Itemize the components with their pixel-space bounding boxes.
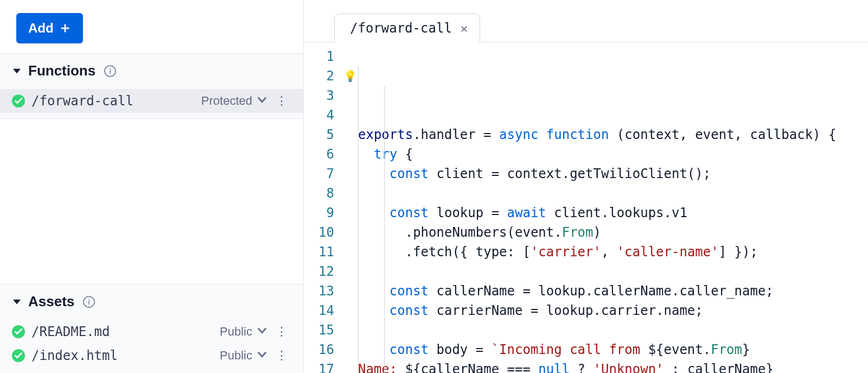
- sidebar-spacer: [0, 124, 303, 284]
- functions-header[interactable]: Functions i: [0, 54, 303, 87]
- line-number: 17: [304, 359, 334, 373]
- code-line[interactable]: const callerName = lookup.callerName.cal…: [358, 281, 868, 301]
- line-number: 1: [304, 47, 334, 66]
- lightbulb-icon[interactable]: 💡: [342, 66, 358, 86]
- status-ok-icon: [12, 349, 25, 362]
- plus-icon: [59, 22, 71, 34]
- code-line[interactable]: .fetch({ type: ['carrier', 'caller-name'…: [358, 242, 868, 262]
- asset-item[interactable]: /index.html Public ⋮: [0, 344, 303, 368]
- code-line[interactable]: [358, 184, 868, 203]
- assets-title: Assets: [28, 293, 74, 310]
- function-item[interactable]: /forward-call Protected ⋮: [0, 89, 303, 113]
- close-icon[interactable]: ✕: [461, 22, 468, 35]
- asset-item[interactable]: /README.md Public ⋮: [0, 320, 303, 344]
- status-ok-icon: [12, 94, 25, 108]
- hint-gutter: 💡: [342, 42, 358, 373]
- app-root: Add Functions i /forward-call: [0, 0, 868, 373]
- line-number: 4: [304, 105, 334, 125]
- code-line[interactable]: [358, 320, 868, 340]
- line-number: 8: [304, 184, 334, 203]
- asset-item-name: /README.md: [31, 324, 214, 339]
- add-button-label: Add: [28, 21, 54, 36]
- editor-tab-label: /forward-call: [350, 21, 452, 36]
- visibility-chevron-icon[interactable]: [252, 95, 272, 107]
- function-item-visibility: Protected: [201, 94, 252, 108]
- code-content[interactable]: exports.handler = async function (contex…: [358, 42, 868, 373]
- assets-section: Assets i /README.md Public ⋮: [0, 284, 303, 373]
- more-menu-icon[interactable]: ⋮: [272, 325, 291, 339]
- line-number: 6: [304, 144, 334, 164]
- code-line[interactable]: Name: ${callerName === null ? 'Unknown' …: [358, 359, 868, 373]
- line-number: 15: [304, 320, 334, 340]
- line-number: 13: [304, 281, 334, 301]
- assets-list: /README.md Public ⋮ /index.html Public: [0, 318, 303, 373]
- editor-pane: /forward-call ✕ 123456789101112131415161…: [304, 0, 868, 373]
- line-number: 5: [304, 125, 334, 144]
- line-number-gutter: 1234567891011121314151617: [304, 42, 342, 373]
- code-line[interactable]: const carrierName = lookup.carrier.name;: [358, 301, 868, 320]
- line-number: 14: [304, 301, 334, 320]
- line-number: 9: [304, 203, 334, 223]
- functions-title: Functions: [28, 62, 95, 79]
- info-icon[interactable]: i: [104, 65, 116, 77]
- line-number: 10: [304, 223, 334, 242]
- asset-item-name: /index.html: [31, 348, 214, 363]
- code-line[interactable]: const lookup = await client.lookups.v1: [358, 203, 868, 223]
- code-line[interactable]: try {: [358, 144, 868, 164]
- status-ok-icon: [12, 325, 25, 338]
- code-line[interactable]: exports.handler = async function (contex…: [358, 125, 868, 144]
- asset-item-visibility: Public: [220, 325, 252, 339]
- more-menu-icon[interactable]: ⋮: [272, 94, 291, 108]
- functions-list: /forward-call Protected ⋮: [0, 87, 303, 118]
- function-item-name: /forward-call: [31, 93, 196, 109]
- visibility-chevron-icon[interactable]: [252, 350, 272, 362]
- chevron-down-icon: [12, 297, 22, 307]
- functions-section: Functions i /forward-call Protected ⋮: [0, 53, 303, 119]
- code-line[interactable]: const body = `Incoming call from ${event…: [358, 340, 868, 359]
- add-row: Add: [0, 13, 303, 53]
- more-menu-icon[interactable]: ⋮: [272, 349, 291, 363]
- add-button[interactable]: Add: [16, 13, 83, 43]
- line-number: 11: [304, 242, 334, 262]
- editor-tabs: /forward-call ✕: [304, 0, 868, 42]
- sidebar: Add Functions i /forward-call: [0, 0, 304, 373]
- asset-item-visibility: Public: [220, 349, 252, 363]
- line-number: 12: [304, 262, 334, 281]
- line-number: 2: [304, 66, 334, 86]
- chevron-down-icon: [12, 66, 22, 76]
- info-icon[interactable]: i: [83, 296, 95, 308]
- visibility-chevron-icon[interactable]: [252, 326, 272, 338]
- line-number: 16: [304, 340, 334, 359]
- assets-header[interactable]: Assets i: [0, 285, 303, 318]
- code-line[interactable]: .phoneNumbers(event.From): [358, 223, 868, 242]
- line-number: 7: [304, 164, 334, 184]
- editor-tab[interactable]: /forward-call ✕: [334, 14, 480, 42]
- code-line[interactable]: const client = context.getTwilioClient()…: [358, 164, 868, 184]
- code-editor[interactable]: 1234567891011121314151617 💡 exports.hand…: [304, 42, 868, 373]
- line-number: 3: [304, 86, 334, 105]
- code-line[interactable]: [358, 262, 868, 281]
